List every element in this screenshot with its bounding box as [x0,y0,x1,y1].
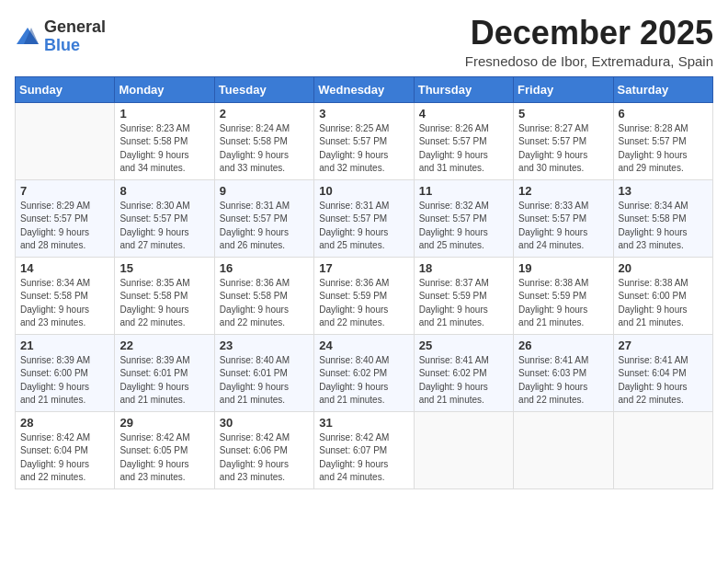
day-info: Sunrise: 8:39 AM Sunset: 6:01 PM Dayligh… [119,354,209,408]
day-info: Sunrise: 8:31 AM Sunset: 5:57 PM Dayligh… [220,200,309,253]
day-number: 28 [20,416,109,430]
calendar-cell [514,411,613,488]
day-number: 30 [220,416,309,430]
calendar-cell: 9Sunrise: 8:31 AM Sunset: 5:57 PM Daylig… [214,179,313,257]
weekday-header-thursday: Thursday [414,76,513,102]
weekday-header-saturday: Saturday [613,76,712,102]
calendar-cell: 6Sunrise: 8:28 AM Sunset: 5:57 PM Daylig… [613,102,712,179]
day-info: Sunrise: 8:23 AM Sunset: 5:58 PM Dayligh… [119,122,209,176]
day-info: Sunrise: 8:29 AM Sunset: 5:57 PM Dayligh… [20,200,109,253]
calendar-cell: 21Sunrise: 8:39 AM Sunset: 6:00 PM Dayli… [16,334,115,411]
day-number: 8 [119,184,209,198]
weekday-header-tuesday: Tuesday [214,76,313,102]
day-number: 14 [20,261,109,275]
day-info: Sunrise: 8:32 AM Sunset: 5:57 PM Dayligh… [419,200,508,253]
day-info: Sunrise: 8:41 AM Sunset: 6:04 PM Dayligh… [619,354,708,408]
day-info: Sunrise: 8:36 AM Sunset: 5:58 PM Dayligh… [220,277,309,330]
day-info: Sunrise: 8:34 AM Sunset: 5:58 PM Dayligh… [20,277,109,330]
calendar-cell: 23Sunrise: 8:40 AM Sunset: 6:01 PM Dayli… [214,334,313,411]
day-number: 25 [419,339,508,352]
day-info: Sunrise: 8:42 AM Sunset: 6:06 PM Dayligh… [220,431,309,485]
calendar-cell [414,411,513,488]
day-number: 24 [319,339,408,352]
day-info: Sunrise: 8:24 AM Sunset: 5:58 PM Dayligh… [220,122,309,176]
day-number: 15 [119,261,209,275]
day-number: 22 [119,339,209,352]
day-number: 3 [319,107,408,121]
calendar-cell: 4Sunrise: 8:26 AM Sunset: 5:57 PM Daylig… [414,102,513,179]
day-number: 17 [319,261,408,275]
day-number: 2 [220,107,309,121]
day-info: Sunrise: 8:42 AM Sunset: 6:04 PM Dayligh… [20,431,109,485]
day-number: 20 [619,261,708,275]
title-block: December 2025 Fresnedoso de Ibor, Extrem… [465,15,713,69]
weekday-header-sunday: Sunday [16,76,115,102]
calendar-cell: 27Sunrise: 8:41 AM Sunset: 6:04 PM Dayli… [613,334,712,411]
day-number: 11 [419,184,508,198]
calendar-cell: 19Sunrise: 8:38 AM Sunset: 5:59 PM Dayli… [514,257,613,334]
calendar-cell: 7Sunrise: 8:29 AM Sunset: 5:57 PM Daylig… [16,179,115,257]
logo: General Blue [15,18,106,55]
calendar-cell: 8Sunrise: 8:30 AM Sunset: 5:57 PM Daylig… [115,179,214,257]
calendar-cell: 14Sunrise: 8:34 AM Sunset: 5:58 PM Dayli… [16,257,115,334]
calendar-cell: 28Sunrise: 8:42 AM Sunset: 6:04 PM Dayli… [16,411,115,488]
day-info: Sunrise: 8:40 AM Sunset: 6:01 PM Dayligh… [220,354,309,408]
day-number: 31 [319,416,408,430]
day-number: 26 [518,339,608,352]
calendar-cell: 13Sunrise: 8:34 AM Sunset: 5:58 PM Dayli… [613,179,712,257]
week-row-4: 21Sunrise: 8:39 AM Sunset: 6:00 PM Dayli… [16,334,713,411]
calendar-cell: 22Sunrise: 8:39 AM Sunset: 6:01 PM Dayli… [115,334,214,411]
calendar-cell: 24Sunrise: 8:40 AM Sunset: 6:02 PM Dayli… [314,334,414,411]
day-info: Sunrise: 8:31 AM Sunset: 5:57 PM Dayligh… [319,200,408,253]
day-info: Sunrise: 8:36 AM Sunset: 5:59 PM Dayligh… [319,277,408,330]
day-number: 29 [119,416,209,430]
location-text: Fresnedoso de Ibor, Extremadura, Spain [465,53,713,69]
day-info: Sunrise: 8:28 AM Sunset: 5:57 PM Dayligh… [619,122,708,176]
logo-general-text: General [44,17,106,36]
day-info: Sunrise: 8:38 AM Sunset: 5:59 PM Dayligh… [518,277,608,330]
weekday-header-friday: Friday [514,76,613,102]
calendar-cell: 5Sunrise: 8:27 AM Sunset: 5:57 PM Daylig… [514,102,613,179]
day-number: 7 [20,184,109,198]
calendar-cell: 10Sunrise: 8:31 AM Sunset: 5:57 PM Dayli… [314,179,414,257]
day-number: 18 [419,261,508,275]
day-info: Sunrise: 8:42 AM Sunset: 6:05 PM Dayligh… [119,431,209,485]
calendar-cell: 31Sunrise: 8:42 AM Sunset: 6:07 PM Dayli… [314,411,414,488]
day-info: Sunrise: 8:25 AM Sunset: 5:57 PM Dayligh… [319,122,408,176]
day-number: 6 [619,107,708,121]
calendar-cell: 25Sunrise: 8:41 AM Sunset: 6:02 PM Dayli… [414,334,513,411]
day-number: 12 [518,184,608,198]
calendar-cell: 12Sunrise: 8:33 AM Sunset: 5:57 PM Dayli… [514,179,613,257]
day-info: Sunrise: 8:41 AM Sunset: 6:02 PM Dayligh… [419,354,508,408]
day-number: 10 [319,184,408,198]
day-info: Sunrise: 8:26 AM Sunset: 5:57 PM Dayligh… [419,122,508,176]
day-info: Sunrise: 8:41 AM Sunset: 6:03 PM Dayligh… [518,354,608,408]
day-number: 1 [119,107,209,121]
day-info: Sunrise: 8:39 AM Sunset: 6:00 PM Dayligh… [20,354,109,408]
day-info: Sunrise: 8:42 AM Sunset: 6:07 PM Dayligh… [319,431,408,485]
day-number: 4 [419,107,508,121]
day-number: 27 [619,339,708,352]
calendar-cell [613,411,712,488]
calendar-table: SundayMondayTuesdayWednesdayThursdayFrid… [15,76,713,489]
day-info: Sunrise: 8:34 AM Sunset: 5:58 PM Dayligh… [619,200,708,253]
week-row-1: 1Sunrise: 8:23 AM Sunset: 5:58 PM Daylig… [16,102,713,179]
calendar-cell: 1Sunrise: 8:23 AM Sunset: 5:58 PM Daylig… [115,102,214,179]
day-number: 16 [220,261,309,275]
month-title: December 2025 [465,15,713,52]
day-number: 21 [20,339,109,352]
week-row-2: 7Sunrise: 8:29 AM Sunset: 5:57 PM Daylig… [16,179,713,257]
day-info: Sunrise: 8:30 AM Sunset: 5:57 PM Dayligh… [119,200,209,253]
day-number: 13 [619,184,708,198]
calendar-cell: 26Sunrise: 8:41 AM Sunset: 6:03 PM Dayli… [514,334,613,411]
weekday-header-wednesday: Wednesday [314,76,414,102]
calendar-cell: 2Sunrise: 8:24 AM Sunset: 5:58 PM Daylig… [214,102,313,179]
day-info: Sunrise: 8:38 AM Sunset: 6:00 PM Dayligh… [619,277,708,330]
calendar-cell: 30Sunrise: 8:42 AM Sunset: 6:06 PM Dayli… [214,411,313,488]
calendar-cell: 20Sunrise: 8:38 AM Sunset: 6:00 PM Dayli… [613,257,712,334]
page-header: General Blue December 2025 Fresnedoso de… [15,15,713,69]
day-number: 9 [220,184,309,198]
day-number: 19 [518,261,608,275]
calendar-cell: 17Sunrise: 8:36 AM Sunset: 5:59 PM Dayli… [314,257,414,334]
calendar-cell: 16Sunrise: 8:36 AM Sunset: 5:58 PM Dayli… [214,257,313,334]
